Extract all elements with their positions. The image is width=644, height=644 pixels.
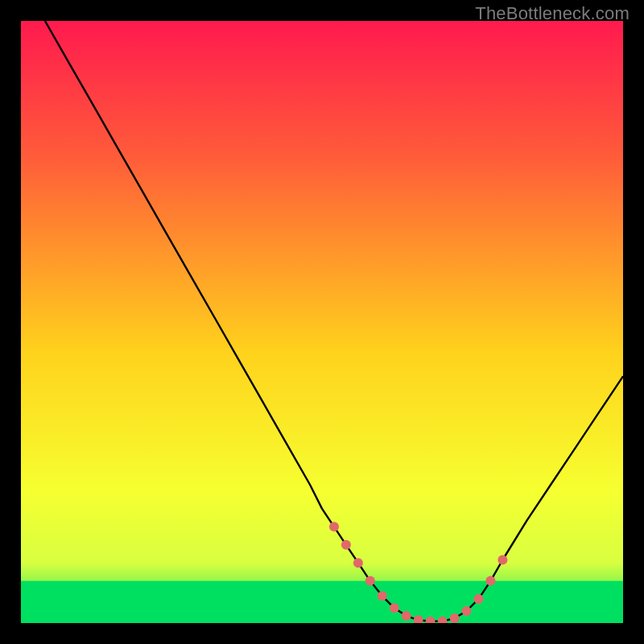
- watermark-text: TheBottleneck.com: [475, 3, 630, 24]
- curve-marker: [353, 558, 363, 568]
- chart-svg: [21, 21, 623, 623]
- curve-marker: [329, 522, 339, 531]
- chart-root: TheBottleneck.com: [0, 0, 644, 644]
- curve-marker: [390, 603, 399, 613]
- curve-marker: [378, 591, 387, 601]
- gradient-bg: [21, 21, 623, 623]
- curve-marker: [402, 611, 411, 621]
- curve-marker: [365, 576, 375, 586]
- plot-area: [21, 21, 623, 623]
- curve-marker: [497, 555, 507, 565]
- curve-marker: [485, 576, 495, 586]
- curve-marker: [341, 540, 351, 550]
- curve-marker: [462, 606, 472, 616]
- curve-marker: [450, 613, 460, 623]
- green-band: [21, 581, 623, 623]
- curve-marker: [474, 594, 484, 604]
